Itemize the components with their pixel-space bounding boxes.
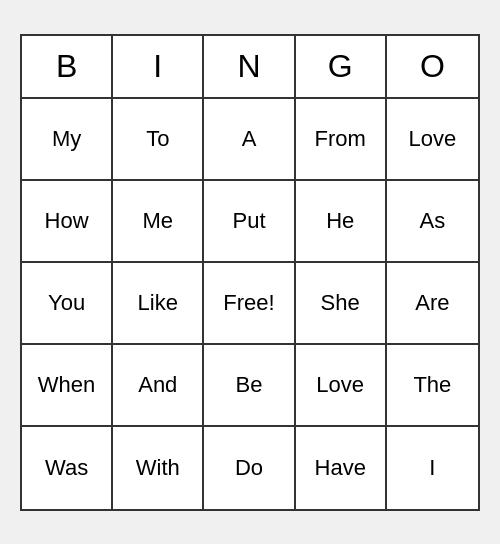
bingo-cell-r1-c1[interactable]: Me [113, 181, 204, 263]
bingo-cell-r3-c3[interactable]: Love [296, 345, 387, 427]
bingo-cell-r4-c4[interactable]: I [387, 427, 478, 509]
bingo-cell-r3-c0[interactable]: When [22, 345, 113, 427]
bingo-header: BINGO [22, 36, 478, 99]
bingo-cell-r2-c3[interactable]: She [296, 263, 387, 345]
bingo-cell-r0-c0[interactable]: My [22, 99, 113, 181]
bingo-cell-r4-c1[interactable]: With [113, 427, 204, 509]
bingo-cell-r1-c3[interactable]: He [296, 181, 387, 263]
bingo-cell-r1-c0[interactable]: How [22, 181, 113, 263]
header-letter: O [387, 36, 478, 97]
header-letter: B [22, 36, 113, 97]
header-letter: N [204, 36, 295, 97]
bingo-cell-r0-c1[interactable]: To [113, 99, 204, 181]
bingo-cell-r3-c2[interactable]: Be [204, 345, 295, 427]
bingo-cell-r4-c2[interactable]: Do [204, 427, 295, 509]
bingo-cell-r1-c4[interactable]: As [387, 181, 478, 263]
bingo-cell-r0-c2[interactable]: A [204, 99, 295, 181]
bingo-cell-r2-c4[interactable]: Are [387, 263, 478, 345]
bingo-cell-r4-c0[interactable]: Was [22, 427, 113, 509]
header-letter: G [296, 36, 387, 97]
header-letter: I [113, 36, 204, 97]
bingo-cell-r0-c3[interactable]: From [296, 99, 387, 181]
bingo-grid: MyToAFromLoveHowMePutHeAsYouLikeFree!She… [22, 99, 478, 509]
bingo-card: BINGO MyToAFromLoveHowMePutHeAsYouLikeFr… [20, 34, 480, 511]
bingo-cell-r2-c1[interactable]: Like [113, 263, 204, 345]
bingo-cell-r2-c2[interactable]: Free! [204, 263, 295, 345]
bingo-cell-r0-c4[interactable]: Love [387, 99, 478, 181]
bingo-cell-r2-c0[interactable]: You [22, 263, 113, 345]
bingo-cell-r1-c2[interactable]: Put [204, 181, 295, 263]
bingo-cell-r4-c3[interactable]: Have [296, 427, 387, 509]
bingo-cell-r3-c4[interactable]: The [387, 345, 478, 427]
bingo-cell-r3-c1[interactable]: And [113, 345, 204, 427]
